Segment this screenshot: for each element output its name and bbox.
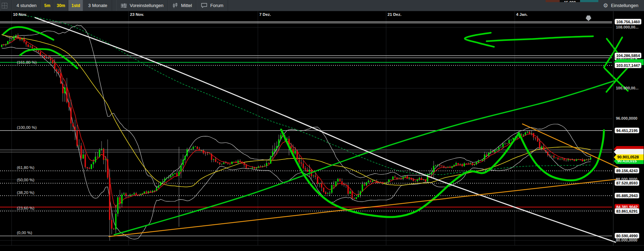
presets-button[interactable]: Voreinstellungen: [116, 0, 168, 11]
clipped-volume-value: 15,000: [560, 0, 580, 2]
fib-level-label: (38,20 %): [17, 190, 34, 195]
layout-grid-button[interactable]: [0, 0, 12, 11]
timeframe-main-button[interactable]: 4 stunden: [12, 0, 41, 11]
sliders-icon: [121, 3, 127, 8]
fib-level-label: (161,80 %): [17, 60, 37, 64]
price-tick: 89.156,4243: [614, 168, 639, 174]
price-tick: 87.520,8593: [614, 180, 639, 186]
trendline-orange-ascending: [109, 179, 617, 237]
date-label: 10 Nov.: [13, 12, 27, 17]
price-tick: 104.286,5854: [614, 52, 642, 58]
timeframe-5m-button[interactable]: 5m: [41, 0, 53, 11]
gear-icon: ⚙: [603, 2, 608, 9]
chart-canvas[interactable]: [0, 0, 644, 251]
timeframe-1h-button[interactable]: 1std: [68, 0, 83, 11]
clipped-tab-right: [580, 0, 598, 2]
price-tick: 96.000,0000: [616, 116, 637, 120]
price-tick: 80.000,0000: [616, 238, 637, 242]
fib-level-label: (50,00 %): [17, 178, 34, 182]
fib-level-label: (61,80 %): [17, 165, 34, 170]
timeframe-main-label: 4 stunden: [17, 3, 37, 8]
timeframe-30m-label: 30m: [57, 3, 65, 8]
price-tick: 83.861,6291: [614, 208, 639, 214]
timeframe-1h-label: 1std: [71, 3, 80, 8]
range-label: 3 Monate: [88, 3, 107, 8]
speech-bubble-icon: [201, 3, 207, 8]
grid-icon: [1, 2, 8, 9]
scroll-marker[interactable]: [586, 15, 591, 21]
settings-label: Einstellungen: [611, 3, 638, 8]
price-tick: 103.017,1447: [614, 62, 642, 68]
trendline-green-ascending: [114, 81, 614, 235]
hand-arrow-head: [465, 33, 494, 47]
fib-level-label: (23,60 %): [17, 206, 34, 210]
current-price-tag: 90.901,0528: [614, 154, 644, 160]
fib-level-label: (100,00 %): [17, 125, 37, 130]
date-label: 7 Dez.: [259, 12, 271, 17]
indicators-button[interactable]: Mittel: [168, 0, 196, 11]
price-tick: 108.000,00...: [616, 25, 638, 29]
indicator-value-tag: [614, 149, 644, 155]
price-axis[interactable]: 108.756,1460108.000,00...104.015,41104.2…: [613, 11, 644, 246]
range-button[interactable]: 3 Monate: [83, 0, 112, 11]
candlestick-icon: [173, 3, 178, 8]
indicators-label: Mittel: [181, 3, 192, 8]
fib-level-label: (0,00 %): [17, 231, 32, 235]
price-tick: 94.451,2195: [614, 127, 639, 133]
hand-arrow-shaft: [487, 36, 593, 41]
trading-app: 15,000 4 stunden 5m 30m 1std 3 Mona: [0, 0, 644, 251]
settings-button[interactable]: ⚙ Einstellungen: [599, 0, 644, 11]
price-tick: 108.756,1460: [614, 19, 642, 25]
price-tick: 100.000,00...: [616, 86, 638, 90]
date-label: 21 Dez.: [388, 12, 402, 17]
date-label: 4 Jan.: [516, 12, 528, 17]
presets-label: Voreinstellungen: [130, 3, 163, 8]
timeframe-30m-button[interactable]: 30m: [53, 0, 68, 11]
forum-label: Forum: [210, 3, 223, 8]
date-label: 23 Nov.: [130, 12, 144, 17]
clipped-tab-left: [546, 0, 560, 2]
price-tick: 85.885,2943: [614, 193, 639, 199]
timeframe-5m-label: 5m: [44, 3, 50, 8]
clipped-overflow-strip: 15,000: [546, 0, 598, 2]
trendline-white-descending: [35, 18, 616, 242]
forum-button[interactable]: Forum: [196, 0, 228, 11]
